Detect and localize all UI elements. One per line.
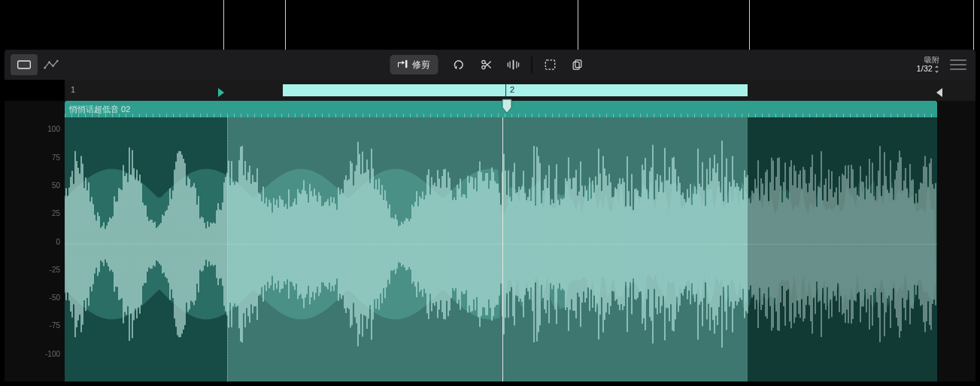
svg-rect-0 (18, 61, 31, 68)
svg-point-1 (44, 67, 46, 69)
editor-toolbar: 修剪 吸附 1/32 (5, 50, 975, 80)
callout-line (749, 0, 750, 50)
svg-point-2 (48, 61, 50, 63)
bar-tick (505, 84, 506, 97)
region-name: 悄悄话超低音 02 (69, 104, 130, 115)
snap-title: 吸附 (917, 56, 939, 64)
trim-enter-icon (397, 58, 408, 71)
scissors-button[interactable] (474, 55, 498, 74)
waveform-dimmed-tail (748, 117, 937, 381)
more-menu-button[interactable] (950, 59, 966, 70)
snap-menu[interactable]: 吸附 1/32 (917, 56, 939, 73)
toolbar-separator (531, 56, 532, 73)
waveform-selection-highlight (227, 117, 748, 381)
trim-label: 修剪 (412, 59, 430, 71)
svg-point-3 (52, 65, 54, 67)
svg-point-6 (481, 60, 484, 63)
amp-tick: -50 (50, 293, 60, 302)
callout-line (223, 0, 224, 50)
toolbar-right-group: 吸附 1/32 (917, 56, 975, 73)
cycle-start-marker[interactable] (218, 88, 224, 97)
region-view-button[interactable] (11, 54, 38, 75)
split-at-playhead-button[interactable] (501, 55, 525, 74)
bar-number-2: 2 (510, 85, 514, 94)
capture-selection-button[interactable] (538, 55, 562, 74)
automation-view-button[interactable] (38, 54, 65, 75)
svg-rect-11 (575, 60, 581, 68)
snap-value: 1/32 (917, 64, 933, 73)
region-start-guide (227, 117, 228, 381)
copy-button[interactable] (565, 55, 589, 74)
updown-icon (934, 65, 939, 73)
callout-line (578, 0, 578, 50)
amplitude-scale: 100 75 50 25 0 -25 -50 -75 -100 (5, 101, 65, 381)
timeline-ruler[interactable]: 1 2 (65, 80, 975, 101)
cycle-range[interactable] (283, 84, 748, 96)
view-mode-group (5, 54, 65, 75)
amp-tick: 100 (47, 125, 60, 133)
amp-tick: 50 (52, 181, 60, 189)
amp-tick: 25 (52, 209, 60, 217)
amp-tick: 0 (56, 237, 60, 245)
bar-number-1: 1 (71, 85, 75, 94)
audio-region-header[interactable]: 悄悄话超低音 02 (65, 101, 937, 117)
loop-button[interactable] (447, 55, 471, 74)
anchor-marker[interactable] (502, 99, 512, 114)
zero-crossing-line (65, 244, 937, 245)
snap-value-row: 1/32 (917, 64, 939, 73)
svg-point-7 (481, 65, 484, 68)
callout-line (285, 0, 286, 50)
svg-rect-8 (512, 60, 514, 69)
amp-tick: -75 (50, 321, 60, 330)
right-gutter (937, 101, 975, 381)
amp-tick: -25 (50, 265, 60, 273)
amp-tick: -100 (45, 349, 60, 357)
waveform-display[interactable] (65, 117, 937, 381)
playhead-line[interactable] (502, 117, 503, 381)
trim-tool-button[interactable]: 修剪 (390, 55, 438, 74)
toolbar-center-group: 修剪 (390, 55, 590, 74)
svg-point-4 (56, 60, 59, 62)
svg-rect-5 (405, 60, 407, 68)
svg-rect-10 (573, 62, 579, 69)
amp-tick: 75 (52, 153, 60, 161)
project-end-marker[interactable] (936, 88, 942, 97)
svg-rect-9 (545, 60, 554, 69)
